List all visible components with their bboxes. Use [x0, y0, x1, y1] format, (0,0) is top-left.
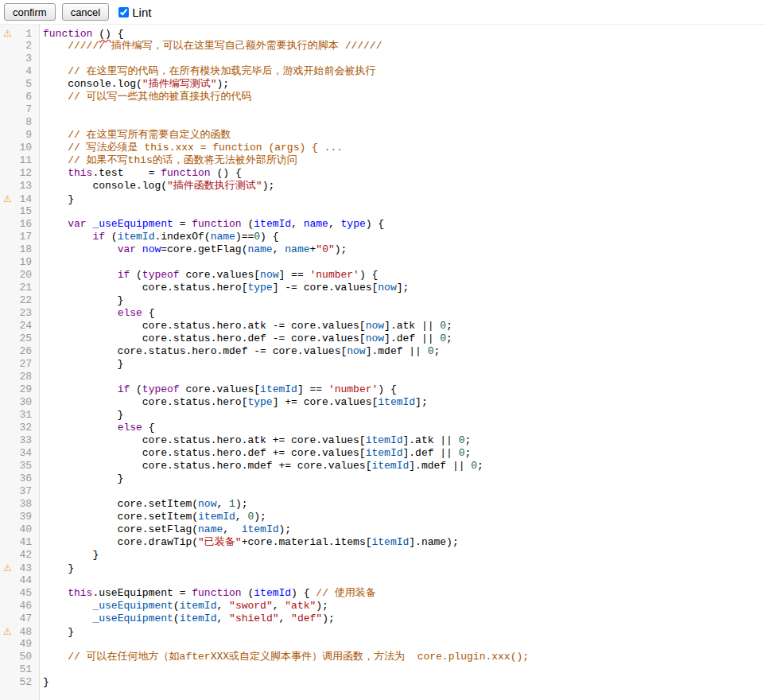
lint-warning-icon[interactable]: ⚠ [0, 192, 15, 205]
code-line-text[interactable]: // 写法必须是 this.xxx = function (args) { ..… [36, 142, 343, 154]
cancel-button[interactable]: cancel [62, 3, 110, 21]
code-line-text[interactable]: // 可以在任何地方（如afterXXX或自定义脚本事件）调用函数，方法为 co… [36, 651, 529, 663]
code-line-text[interactable]: core.setItem(now, 1); [36, 498, 247, 511]
code-line[interactable]: 24 core.status.hero.atk -= core.values[n… [0, 320, 765, 332]
code-line[interactable]: ⚠14 } [0, 192, 765, 205]
code-line[interactable]: 52} [0, 676, 765, 689]
code-line[interactable]: ⚠1function () { [0, 27, 765, 40]
code-line[interactable]: 28 [0, 371, 765, 383]
code-line-text[interactable]: core.status.hero.def -= core.values[now]… [36, 332, 452, 345]
code-line[interactable]: 7 [0, 103, 765, 116]
code-line[interactable]: 27 } [0, 358, 765, 371]
code-line-text[interactable]: // 如果不写this的话，函数将无法被外部所访问 [36, 154, 297, 167]
code-line-text[interactable]: core.setFlag(name, itemId); [36, 523, 291, 536]
code-line-text[interactable]: _useEquipment(itemId, "shield", "def"); [36, 612, 335, 625]
code-line-text[interactable]: if (itemId.indexOf(name)==0) { [36, 231, 279, 243]
code-line[interactable]: 38 core.setItem(now, 1); [0, 498, 765, 511]
code-line-text[interactable]: } [36, 472, 123, 485]
code-line[interactable]: 25 core.status.hero.def -= core.values[n… [0, 332, 765, 345]
code-line[interactable]: 44 [0, 574, 765, 587]
code-line[interactable]: 46 _useEquipment(itemId, "sword", "atk")… [0, 600, 765, 612]
lint-warning-icon[interactable]: ⚠ [0, 625, 15, 638]
code-line[interactable]: 26 core.status.hero.mdef -= core.values[… [0, 345, 765, 358]
code-line[interactable]: 37 [0, 485, 765, 498]
code-line[interactable]: 39 core.setItem(itemId, 0); [0, 511, 765, 523]
code-line-text[interactable]: var _useEquipment = function (itemId, na… [36, 218, 384, 231]
code-line-text[interactable]: _useEquipment(itemId, "sword", "atk"); [36, 600, 328, 612]
code-line-text[interactable]: this.test = function () { [36, 167, 242, 180]
code-line-text[interactable]: core.status.hero.atk -= core.values[now]… [36, 320, 452, 332]
code-line-text[interactable]: this.useEquipment = function (itemId) { … [36, 587, 376, 600]
code-line[interactable]: 42 } [0, 549, 765, 562]
code-line-text[interactable]: var now=core.getFlag(name, name+"0"); [36, 243, 347, 256]
code-line[interactable]: 15 [0, 205, 765, 218]
code-line[interactable]: 17 if (itemId.indexOf(name)==0) { [0, 231, 765, 243]
code-line[interactable]: 36 } [0, 472, 765, 485]
code-line-text[interactable]: // 可以写一些其他的被直接执行的代码 [36, 91, 252, 103]
code-line-text[interactable]: console.log("插件编写测试"); [36, 78, 229, 91]
code-line[interactable]: 13 console.log("插件函数执行测试"); [0, 180, 765, 192]
code-line[interactable]: 34 core.status.hero.def += core.values[i… [0, 447, 765, 460]
lint-warning-icon[interactable]: ⚠ [0, 27, 15, 40]
code-line[interactable]: 8 [0, 116, 765, 129]
code-line-text[interactable]: else { [36, 307, 154, 320]
code-line-text[interactable]: core.status.hero[type] += core.values[it… [36, 396, 428, 409]
code-line-text[interactable]: if (typeof core.values[now] == 'number')… [36, 269, 378, 282]
code-line-text[interactable]: core.status.hero.mdef -= core.values[now… [36, 345, 440, 358]
code-line-text[interactable]: console.log("插件函数执行测试"); [36, 180, 274, 192]
code-line[interactable]: 23 else { [0, 307, 765, 320]
code-line[interactable]: 35 core.status.hero.mdef += core.values[… [0, 460, 765, 472]
code-line-text[interactable]: } [36, 549, 99, 562]
code-line-text[interactable]: } [36, 358, 123, 371]
code-line[interactable]: ⚠43 } [0, 562, 765, 574]
code-line[interactable]: 2 ////// 插件编写，可以在这里写自己额外需要执行的脚本 ////// [0, 40, 765, 52]
code-line[interactable]: 3 [0, 52, 765, 65]
code-editor[interactable]: ⚠1function () {2 ////// 插件编写，可以在这里写自己额外需… [0, 25, 765, 700]
code-line-text[interactable]: } [36, 676, 49, 689]
code-line[interactable]: 45 this.useEquipment = function (itemId)… [0, 587, 765, 600]
code-line-text[interactable]: if (typeof core.values[itemId] == 'numbe… [36, 383, 397, 396]
code-line[interactable]: 22 } [0, 294, 765, 307]
code-line[interactable]: 16 var _useEquipment = function (itemId,… [0, 218, 765, 231]
code-line-text[interactable]: core.status.hero.atk += core.values[item… [36, 434, 471, 447]
code-line[interactable]: 30 core.status.hero[type] += core.values… [0, 396, 765, 409]
code-line-text[interactable]: core.status.hero.def += core.values[item… [36, 447, 471, 460]
code-line[interactable]: 11 // 如果不写this的话，函数将无法被外部所访问 [0, 154, 765, 167]
code-line-text[interactable]: // 在这里写所有需要自定义的函数 [36, 129, 231, 142]
code-line[interactable]: ⚠48 } [0, 625, 765, 638]
code-line-text[interactable]: core.status.hero.mdef += core.values[ite… [36, 460, 483, 472]
code-line[interactable]: 47 _useEquipment(itemId, "shield", "def"… [0, 612, 765, 625]
confirm-button[interactable]: confirm [4, 3, 56, 21]
code-line-text[interactable]: // 在这里写的代码，在所有模块加载完毕后，游戏开始前会被执行 [36, 65, 376, 78]
code-line[interactable]: 51 [0, 663, 765, 676]
code-line[interactable]: 31 } [0, 409, 765, 422]
code-line-text[interactable]: } [36, 193, 74, 206]
code-line-text[interactable]: core.setItem(itemId, 0); [36, 511, 266, 523]
lint-toggle[interactable]: Lint [118, 6, 151, 19]
code-line[interactable]: 18 var now=core.getFlag(name, name+"0"); [0, 243, 765, 256]
code-line[interactable]: 10 // 写法必须是 this.xxx = function (args) {… [0, 142, 765, 154]
code-line-text[interactable]: else { [36, 422, 154, 434]
code-line[interactable]: 19 [0, 256, 765, 269]
code-line[interactable]: 4 // 在这里写的代码，在所有模块加载完毕后，游戏开始前会被执行 [0, 65, 765, 78]
code-line-text[interactable]: core.drawTip("已装备"+core.material.items[i… [36, 536, 459, 549]
code-line-text[interactable]: } [36, 626, 74, 639]
code-line[interactable]: 20 if (typeof core.values[now] == 'numbe… [0, 269, 765, 282]
code-area[interactable]: ⚠1function () {2 ////// 插件编写，可以在这里写自己额外需… [0, 27, 765, 689]
lint-checkbox[interactable] [118, 7, 129, 18]
code-line[interactable]: 41 core.drawTip("已装备"+core.material.item… [0, 536, 765, 549]
code-line[interactable]: 12 this.test = function () { [0, 167, 765, 180]
code-line[interactable]: 49 [0, 638, 765, 651]
lint-warning-icon[interactable]: ⚠ [0, 562, 15, 574]
code-line[interactable]: 29 if (typeof core.values[itemId] == 'nu… [0, 383, 765, 396]
code-line[interactable]: 32 else { [0, 422, 765, 434]
code-line-text[interactable]: ////// 插件编写，可以在这里写自己额外需要执行的脚本 ////// [36, 40, 382, 52]
code-line-text[interactable]: function () { [36, 28, 123, 41]
code-line[interactable]: 33 core.status.hero.atk += core.values[i… [0, 434, 765, 447]
code-line-text[interactable]: } [36, 409, 123, 422]
code-line[interactable]: 40 core.setFlag(name, itemId); [0, 523, 765, 536]
code-line[interactable]: 21 core.status.hero[type] -= core.values… [0, 282, 765, 294]
code-line-text[interactable]: } [36, 294, 123, 307]
code-line[interactable]: 50 // 可以在任何地方（如afterXXX或自定义脚本事件）调用函数，方法为… [0, 651, 765, 663]
code-line[interactable]: 9 // 在这里写所有需要自定义的函数 [0, 129, 765, 142]
